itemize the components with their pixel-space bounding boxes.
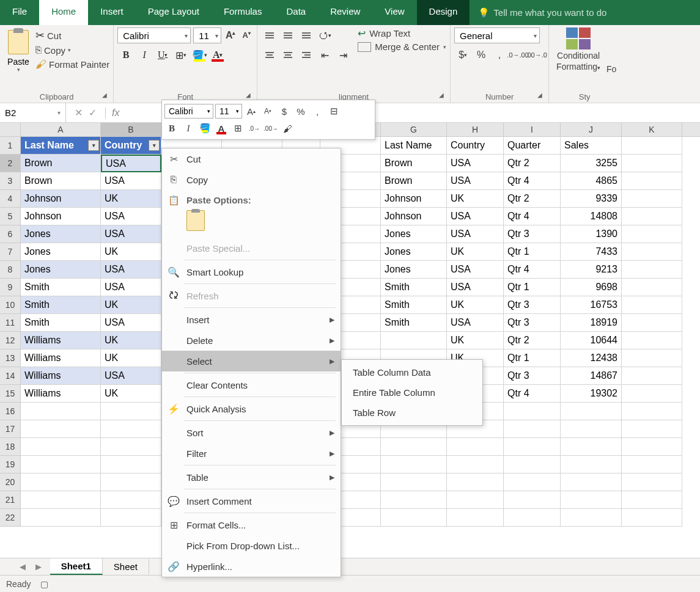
ctx-cut[interactable]: ✂Cut — [162, 148, 341, 169]
cell-H6[interactable]: USA — [447, 225, 504, 243]
cell-J7[interactable]: 7433 — [561, 243, 622, 261]
ctx-hyperlink[interactable]: 🔗Hyperlink... — [162, 556, 341, 577]
cell-A7[interactable]: Jones — [21, 243, 101, 261]
cell-H2[interactable]: USA — [447, 155, 504, 172]
sub-table-row[interactable]: Table Row — [342, 403, 482, 423]
cell-K21[interactable] — [622, 491, 682, 509]
ctx-pick-dropdown[interactable]: Pick From Drop-down List... — [162, 535, 341, 556]
ctx-paste-special[interactable]: Paste Special... — [162, 238, 341, 258]
sub-entire-table-column[interactable]: Entire Table Column — [342, 382, 482, 403]
cell-H20[interactable] — [447, 473, 504, 491]
cell-J9[interactable]: 9698 — [561, 279, 622, 296]
mini-decrease-font[interactable]: A▾ — [260, 104, 275, 119]
number-format-combo[interactable]: General▾ — [454, 27, 540, 43]
cell-I11[interactable]: Qtr 3 — [504, 314, 561, 332]
row-header-4[interactable]: 4 — [0, 190, 21, 208]
cell-H5[interactable]: USA — [447, 208, 504, 225]
row-header-1[interactable]: 1 — [0, 137, 21, 155]
cell-H10[interactable]: UK — [447, 296, 504, 314]
cell-I8[interactable]: Qtr 4 — [504, 261, 561, 279]
fx-icon[interactable]: fx — [105, 108, 125, 119]
cell-J14[interactable]: 14867 — [561, 367, 622, 385]
mini-comma[interactable]: , — [310, 104, 325, 119]
cell-H8[interactable]: USA — [447, 261, 504, 279]
cell-A5[interactable]: Johnson — [21, 208, 101, 225]
cell-J11[interactable]: 18919 — [561, 314, 622, 332]
cell-K17[interactable] — [622, 420, 682, 438]
cell-A20[interactable] — [21, 473, 101, 491]
cell-B15[interactable]: UK — [101, 385, 161, 403]
mini-percent[interactable]: % — [293, 104, 308, 119]
cell-I20[interactable] — [504, 473, 561, 491]
cell-J3[interactable]: 4865 — [561, 172, 622, 190]
col-header-g[interactable]: G — [381, 123, 447, 136]
cell-A4[interactable]: Johnson — [21, 190, 101, 208]
cell-G2[interactable]: Brown — [381, 155, 447, 172]
cell-A11[interactable]: Smith — [21, 314, 101, 332]
cell-H19[interactable] — [447, 456, 504, 473]
row-header-12[interactable]: 12 — [0, 332, 21, 349]
cell-K13[interactable] — [622, 349, 682, 367]
col-header-k[interactable]: K — [622, 123, 682, 136]
cell-B20[interactable] — [101, 473, 161, 491]
ctx-filter[interactable]: Filter▶ — [162, 443, 341, 464]
cell-B9[interactable]: USA — [101, 279, 161, 296]
cell-B22[interactable] — [101, 509, 161, 527]
cell-B1[interactable]: Country▾ — [101, 137, 161, 155]
accounting-button[interactable]: $▾ — [454, 47, 471, 63]
ctx-copy[interactable]: ⎘Copy — [162, 169, 341, 190]
font-name-combo[interactable]: Calibri▾ — [117, 27, 191, 43]
sub-table-column-data[interactable]: Table Column Data — [342, 362, 482, 382]
name-box[interactable]: B2▾ — [0, 103, 66, 122]
cell-I6[interactable]: Qtr 3 — [504, 225, 561, 243]
font-color-button[interactable]: A▾ — [209, 47, 226, 63]
cell-K10[interactable] — [622, 296, 682, 314]
orientation-button[interactable]: ⭯▾ — [316, 27, 333, 43]
cell-A6[interactable]: Jones — [21, 225, 101, 243]
col-header-h[interactable]: H — [447, 123, 504, 136]
cell-K2[interactable] — [622, 155, 682, 172]
cell-I4[interactable]: Qtr 2 — [504, 190, 561, 208]
cell-J2[interactable]: 3255 — [561, 155, 622, 172]
cell-H7[interactable]: UK — [447, 243, 504, 261]
mini-bold[interactable]: B — [164, 121, 179, 136]
mini-size-combo[interactable]: 11▾ — [215, 104, 242, 119]
cell-I16[interactable] — [504, 403, 561, 420]
tab-home[interactable]: Home — [39, 0, 88, 25]
cell-B16[interactable] — [101, 403, 161, 420]
tab-formulas[interactable]: Formulas — [212, 0, 274, 25]
cell-K12[interactable] — [622, 332, 682, 349]
mini-merge[interactable]: ⊟ — [326, 104, 341, 119]
tab-view[interactable]: View — [372, 0, 416, 25]
border-button[interactable]: ⊞▾ — [172, 47, 190, 63]
cut-button[interactable]: ✂Cut — [35, 29, 109, 42]
ctx-quick-analysis[interactable]: ⚡Quick Analysis — [162, 398, 341, 419]
underline-button[interactable]: U▾ — [154, 47, 171, 63]
cell-A12[interactable]: Williams — [21, 332, 101, 349]
row-header-2[interactable]: 2 — [0, 155, 21, 172]
cell-G9[interactable]: Smith — [381, 279, 447, 296]
tab-page-layout[interactable]: Page Layout — [136, 0, 212, 25]
cell-I9[interactable]: Qtr 1 — [504, 279, 561, 296]
col-header-j[interactable]: J — [561, 123, 622, 136]
ctx-insert[interactable]: Insert▶ — [162, 309, 341, 330]
alignment-dialog-launcher[interactable]: ◢ — [439, 92, 448, 100]
cell-B6[interactable]: USA — [101, 225, 161, 243]
cell-K7[interactable] — [622, 243, 682, 261]
cell-I19[interactable] — [504, 456, 561, 473]
cell-B21[interactable] — [101, 491, 161, 509]
row-header-21[interactable]: 21 — [0, 491, 21, 509]
row-header-10[interactable]: 10 — [0, 296, 21, 314]
cell-G22[interactable] — [381, 509, 447, 527]
cell-J16[interactable] — [561, 403, 622, 420]
font-size-combo[interactable]: 11▾ — [193, 27, 221, 43]
cell-I7[interactable]: Qtr 1 — [504, 243, 561, 261]
row-header-14[interactable]: 14 — [0, 367, 21, 385]
ctx-format-cells[interactable]: ⊞Format Cells... — [162, 514, 341, 535]
cell-B10[interactable]: UK — [101, 296, 161, 314]
cell-J18[interactable] — [561, 438, 622, 456]
cell-B3[interactable]: USA — [101, 172, 161, 190]
cell-A19[interactable] — [21, 456, 101, 473]
ctx-select[interactable]: Select▶ — [162, 351, 341, 371]
wrap-text-button[interactable]: ↩Wrap Text — [358, 27, 446, 39]
